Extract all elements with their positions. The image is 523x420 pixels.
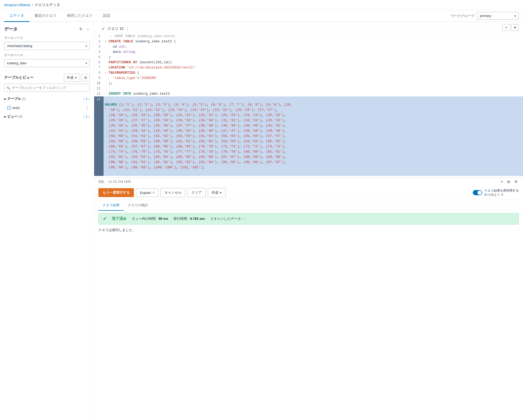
code-line-8: 8 - TBLPROPERTIES ( xyxy=(94,70,523,76)
datasource-label: データソース xyxy=(4,36,90,40)
tables-next-btn[interactable]: › xyxy=(89,97,90,101)
database-select[interactable]: iceberg_labo xyxy=(4,59,90,67)
run-button[interactable]: もう一度実行する xyxy=(98,188,134,197)
code-line-4: 4 data string xyxy=(94,49,523,55)
editor-settings-icon[interactable]: ⚙ xyxy=(513,179,519,184)
clear-button[interactable]: クリア xyxy=(187,188,206,197)
add-query-tab-button[interactable]: + xyxy=(502,24,510,31)
status-success-circle-icon: ✓ xyxy=(103,216,107,222)
tables-count: (1) xyxy=(22,97,26,101)
table-item-name: test2 xyxy=(13,106,20,110)
result-status-bar: ✓ 完了済み キュー内の時間: 98 ms 実行時間: 9.782 sec スキ… xyxy=(98,213,519,225)
edit-reuse-icon[interactable]: ✎ xyxy=(501,193,504,197)
code-line-11: 11 xyxy=(94,86,523,91)
reuse-area: クエリ結果を再利用する 60 分前まで ✎ xyxy=(473,188,519,197)
scan-label: スキャンしたデータ: xyxy=(210,217,242,221)
tab-query-results[interactable]: クエリ結果 xyxy=(98,200,124,211)
result-message: クエリは成功しました。 xyxy=(94,225,523,235)
workgroup-select[interactable]: primary xyxy=(477,12,519,20)
search-icon: 🔍 xyxy=(6,86,10,90)
database-label: データベース xyxy=(4,53,90,57)
code-line-2: 2 - CREATE TABLE iceberg_labo.test2 ( xyxy=(94,39,523,44)
editor-toolbar: もう一度実行する Explain ↗ キャンセル クリア 作成 ▼ クエリ結果を… xyxy=(94,185,523,200)
code-line-1: 1 -- DROP TABLE iceberg_labo.test2; xyxy=(94,34,523,39)
query-tab-dropdown-button[interactable]: ▾ xyxy=(511,24,519,31)
top-tab-bar: エディタ 最近のクエリ 保存したクエリ 設定 ワークグループ primary ▼ xyxy=(0,10,523,22)
table-item-menu-icon[interactable]: ⋮ xyxy=(85,105,90,111)
tables-views-title: テーブルとビュー xyxy=(4,75,33,80)
tab-query-stats[interactable]: クエリの統計 xyxy=(124,200,152,211)
result-area: ✓ 完了済み キュー内の時間: 98 ms 実行時間: 9.782 sec スキ… xyxy=(94,211,523,419)
status-exec-metric: 実行時間: 9.782 sec xyxy=(173,216,205,221)
code-line-10: 10 ); xyxy=(94,81,523,86)
query-tabbar: ✓ クエリ 10 ⋮ + ▾ xyxy=(94,22,523,32)
breadcrumb-current: クエリエディタ xyxy=(35,3,60,7)
tables-section-toggle[interactable]: ▶ テーブル (1) xyxy=(4,96,26,101)
reuse-toggle[interactable] xyxy=(473,190,482,195)
main-layout: データ ↻ ‹ データソース AwsDataCatalog ▼ データベース i… xyxy=(0,22,523,419)
status-lang: SQL xyxy=(98,180,105,183)
exec-value: 9.782 sec xyxy=(190,217,205,221)
search-box: 🔍 xyxy=(4,84,90,92)
views-prev-btn[interactable]: ‹ xyxy=(84,115,85,119)
explain-external-icon: ↗ xyxy=(152,191,155,194)
code-line-9: 9 'table_type'='ICEBERG' xyxy=(94,76,523,81)
views-section-toggle[interactable]: ▶ ビュー (0) xyxy=(4,114,22,119)
status-scan-metric: スキャンしたデータ: - xyxy=(210,216,245,221)
tab-recent-queries[interactable]: 最近のクエリ xyxy=(29,10,62,22)
tab-settings[interactable]: 設定 xyxy=(98,10,116,22)
views-section-header: ▶ ビュー (0) ‹ 1 › xyxy=(4,113,90,120)
queue-value: 98 ms xyxy=(158,217,168,221)
create-table-arrow-icon: ▼ xyxy=(75,76,77,79)
scan-value: - xyxy=(244,217,245,221)
workgroup-label: ワークグループ xyxy=(451,14,474,18)
views-expand-icon: ▶ xyxy=(4,115,6,118)
status-position: Ln 13, Col 1104 xyxy=(109,180,131,183)
sidebar-title: データ xyxy=(4,26,18,32)
views-section-label: ビュー xyxy=(7,114,18,119)
breadcrumb-separator: › xyxy=(32,3,33,7)
explain-button-label: Explain xyxy=(140,191,151,195)
breadcrumb-home-link[interactable]: Amazon Athena xyxy=(4,3,30,7)
tables-expand-icon: ▶ xyxy=(4,97,6,101)
reuse-time: 60 分前まで xyxy=(484,193,500,197)
settings-icon[interactable]: ⚙ xyxy=(82,74,90,81)
code-line-13-selected: 13 VALUES (1,'1'), (2,'2'), (3,'3'), (4,… xyxy=(94,96,523,176)
query-tab-name: クエリ 10 xyxy=(107,26,123,31)
code-line-6: 6 PARTITIONED BY (bucket(101,id)) xyxy=(94,60,523,65)
tab-editor[interactable]: エディタ xyxy=(4,10,29,22)
create-toolbar-label: 作成 xyxy=(212,190,218,195)
table-item[interactable]: + test2 ⋮ xyxy=(0,103,94,112)
create-toolbar-arrow-icon: ▼ xyxy=(219,191,222,194)
create-table-button[interactable]: 作成 ▼ xyxy=(64,74,80,82)
create-toolbar-button[interactable]: 作成 ▼ xyxy=(208,188,226,197)
tab-saved-queries[interactable]: 保存したクエリ xyxy=(62,10,98,22)
code-line-3: 3 id int, xyxy=(94,44,523,49)
collapse-icon[interactable]: ‹ xyxy=(86,26,90,32)
datasource-select[interactable]: AwsDataCatalog xyxy=(4,42,90,50)
code-line-12: 12 INSERT INTO iceberg_labo.test2 xyxy=(94,91,523,96)
status-complete-label: 完了済み xyxy=(112,216,127,221)
code-line-5: 5 ) xyxy=(94,55,523,60)
queue-label: キュー内の時間: xyxy=(132,217,157,221)
code-editor[interactable]: 1 -- DROP TABLE iceberg_labo.test2; 2 - … xyxy=(94,32,523,178)
tables-prev-btn[interactable]: ‹ xyxy=(84,97,85,101)
refresh-icon[interactable]: ↻ xyxy=(78,26,84,32)
table-search-input[interactable] xyxy=(4,84,90,92)
views-next-btn[interactable]: › xyxy=(89,115,90,119)
query-tab-menu-icon[interactable]: ⋮ xyxy=(126,26,130,31)
cancel-button[interactable]: キャンセル xyxy=(161,188,185,197)
editor-area: ✓ クエリ 10 ⋮ + ▾ 1 -- DROP TABLE iceberg_l… xyxy=(94,22,523,419)
status-queue-metric: キュー内の時間: 98 ms xyxy=(132,216,168,221)
sidebar: データ ↻ ‹ データソース AwsDataCatalog ▼ データベース i… xyxy=(0,22,94,419)
tables-section-header: ▶ テーブル (1) ‹ 1 › xyxy=(4,95,90,102)
tables-section-label: テーブル xyxy=(7,96,21,101)
table-icon[interactable]: ⊞ xyxy=(506,179,511,184)
sidebar-header: データ ↻ ‹ xyxy=(0,22,94,35)
create-table-label: 作成 xyxy=(67,75,73,80)
format-icon[interactable]: ≡ xyxy=(500,179,504,184)
tables-page-num: 1 xyxy=(86,97,88,101)
explain-button[interactable]: Explain ↗ xyxy=(136,188,158,197)
views-count: (0) xyxy=(19,115,22,118)
breadcrumb: Amazon Athena › クエリエディタ xyxy=(0,0,523,10)
